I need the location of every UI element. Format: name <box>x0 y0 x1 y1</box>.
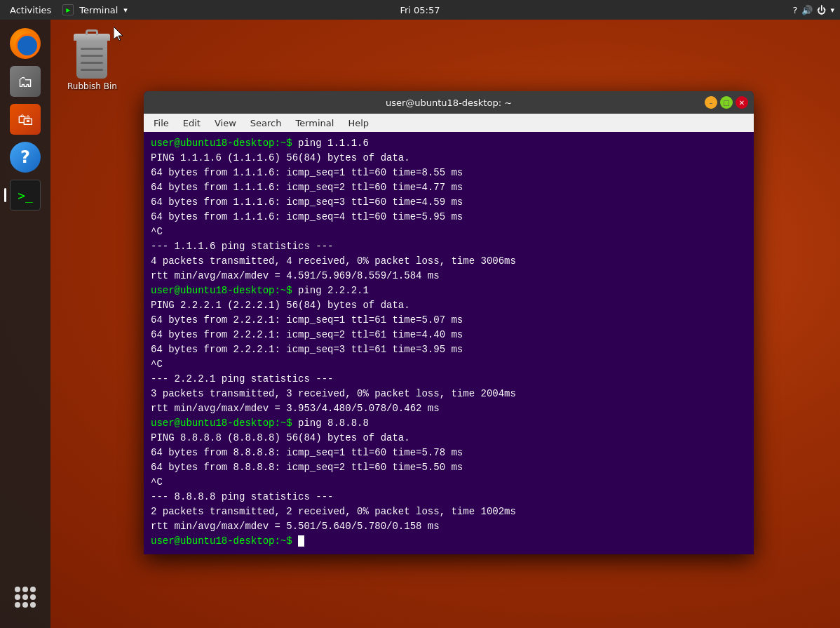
menu-view[interactable]: View <box>208 116 243 130</box>
grid-icon <box>15 587 36 608</box>
window-controls: – □ ✕ <box>705 96 748 109</box>
terminal-line: ^C <box>151 225 747 239</box>
grid-dot <box>22 587 28 592</box>
volume-tray-icon[interactable]: 🔊 <box>801 5 813 15</box>
terminal-line: 64 bytes from 1.1.1.6: icmp_seq=3 ttl=60… <box>151 195 747 210</box>
terminal-line: 64 bytes from 1.1.1.6: icmp_seq=1 ttl=60… <box>151 166 747 180</box>
close-button[interactable]: ✕ <box>736 96 748 109</box>
sidebar-dock: 🗂 🛍 ? >_ <box>0 20 50 628</box>
terminal-line: 64 bytes from 1.1.1.6: icmp_seq=4 ttl=60… <box>151 210 747 225</box>
terminal-line: rtt min/avg/max/mdev = 3.953/4.480/5.078… <box>151 401 747 416</box>
clock: Fri 05:57 <box>400 5 440 15</box>
terminal-prompt: user@ubuntu18-desktop:~$ <box>151 417 298 429</box>
terminal-prompt-active: user@ubuntu18-desktop:~$ <box>151 535 298 547</box>
terminal-line: PING 1.1.1.6 (1.1.1.6) 56(84) bytes of d… <box>151 151 747 166</box>
grid-dot <box>15 602 20 608</box>
terminal-dock-icon: >_ <box>10 180 41 211</box>
terminal-line: 4 packets transmitted, 4 received, 0% pa… <box>151 254 747 269</box>
grid-dot <box>30 587 36 592</box>
terminal-line: ^C <box>151 357 747 372</box>
terminal-line: PING 8.8.8.8 (8.8.8.8) 56(84) bytes of d… <box>151 431 747 446</box>
terminal-chevron[interactable]: ▾ <box>123 6 128 15</box>
sidebar-item-files[interactable]: 🗂 <box>8 65 42 98</box>
bin-line <box>81 48 103 50</box>
terminal-line: user@ubuntu18-desktop:~$ ping 1.1.1.6 <box>151 136 747 151</box>
terminal-line: 64 bytes from 2.2.2.1: icmp_seq=1 ttl=61… <box>151 313 747 328</box>
terminal-line: 64 bytes from 8.8.8.8: icmp_seq=2 ttl=60… <box>151 460 747 475</box>
appstore-icon: 🛍 <box>10 104 41 135</box>
rubbish-bin-label: Rubbish Bin <box>67 81 117 91</box>
maximize-button[interactable]: □ <box>720 96 733 109</box>
top-panel: Activities ▶ Terminal ▾ Fri 05:57 ? 🔊 ⏻ … <box>0 0 840 20</box>
bin-handle <box>86 29 98 35</box>
terminal-line: rtt min/avg/max/mdev = 5.501/5.640/5.780… <box>151 519 747 534</box>
terminal-line: --- 8.8.8.8 ping statistics --- <box>151 490 747 505</box>
grid-dot <box>22 594 28 600</box>
menu-search[interactable]: Search <box>243 116 289 130</box>
terminal-line: PING 2.2.2.1 (2.2.2.1) 56(84) bytes of d… <box>151 298 747 313</box>
terminal-top-label[interactable]: Terminal <box>76 5 121 15</box>
terminal-line: ^C <box>151 475 747 490</box>
power-tray-icon[interactable]: ⏻ <box>817 5 826 15</box>
help-tray-icon[interactable]: ? <box>793 5 798 15</box>
terminal-menu-icon: ▶ <box>62 4 74 15</box>
terminal-line: 64 bytes from 2.2.2.1: icmp_seq=2 ttl=61… <box>151 328 747 342</box>
activities-button[interactable]: Activities <box>6 5 55 15</box>
help-icon: ? <box>10 142 41 173</box>
bin-line <box>81 55 103 57</box>
terminal-prompt: user@ubuntu18-desktop:~$ <box>151 285 298 296</box>
sidebar-item-appstore[interactable]: 🛍 <box>8 102 42 136</box>
terminal-prompt: user@ubuntu18-desktop:~$ <box>151 138 298 149</box>
sidebar-item-firefox[interactable] <box>8 27 42 60</box>
terminal-title: user@ubuntu18-desktop: ~ <box>386 98 512 108</box>
grid-dot <box>15 587 20 592</box>
terminal-line: --- 2.2.2.1 ping statistics --- <box>151 372 747 387</box>
grid-dot <box>22 602 28 608</box>
terminal-line: 64 bytes from 8.8.8.8: icmp_seq=1 ttl=60… <box>151 446 747 460</box>
menu-file[interactable]: File <box>147 116 176 130</box>
desktop: Activities ▶ Terminal ▾ Fri 05:57 ? 🔊 ⏻ … <box>0 0 840 628</box>
terminal-menubar: File Edit View Search Terminal Help <box>144 114 754 132</box>
rubbish-bin-icon[interactable]: Rubbish Bin <box>67 27 117 91</box>
minimize-button[interactable]: – <box>705 96 717 109</box>
bin-line <box>81 62 103 64</box>
top-panel-left: Activities ▶ Terminal ▾ <box>6 4 128 15</box>
grid-dot <box>15 594 20 600</box>
bin-body <box>76 39 107 79</box>
terminal-line: rtt min/avg/max/mdev = 4.591/5.969/8.559… <box>151 269 747 283</box>
terminal-line: user@ubuntu18-desktop:~$ ping 8.8.8.8 <box>151 416 747 431</box>
terminal-line: 64 bytes from 1.1.1.6: icmp_seq=2 ttl=60… <box>151 180 747 195</box>
menu-edit[interactable]: Edit <box>176 116 208 130</box>
terminal-window: user@ubuntu18-desktop: ~ – □ ✕ File Edit… <box>144 91 754 554</box>
sidebar-item-help[interactable]: ? <box>8 140 42 174</box>
terminal-titlebar: user@ubuntu18-desktop: ~ – □ ✕ <box>144 91 754 114</box>
terminal-cursor <box>298 535 304 547</box>
terminal-final-prompt: user@ubuntu18-desktop:~$ <box>151 534 747 549</box>
bin-line <box>81 69 103 71</box>
terminal-line: 3 packets transmitted, 3 received, 0% pa… <box>151 387 747 401</box>
grid-dot <box>30 594 36 600</box>
terminal-line: 2 packets transmitted, 2 received, 0% pa… <box>151 505 747 519</box>
firefox-icon <box>10 28 41 59</box>
menu-terminal[interactable]: Terminal <box>288 116 341 130</box>
sidebar-item-terminal[interactable]: >_ <box>8 178 42 212</box>
terminal-line: user@ubuntu18-desktop:~$ ping 2.2.2.1 <box>151 283 747 298</box>
bin-graphic <box>69 27 114 79</box>
grid-dot <box>30 602 36 608</box>
menu-help[interactable]: Help <box>341 116 376 130</box>
terminal-content[interactable]: user@ubuntu18-desktop:~$ ping 1.1.1.6PIN… <box>144 132 754 554</box>
terminal-line: 64 bytes from 2.2.2.1: icmp_seq=3 ttl=61… <box>151 342 747 357</box>
show-apps-button[interactable] <box>8 580 42 614</box>
tray-chevron[interactable]: ▾ <box>830 6 834 15</box>
system-tray: ? 🔊 ⏻ ▾ <box>793 5 834 15</box>
files-icon: 🗂 <box>10 66 41 97</box>
terminal-line: --- 1.1.1.6 ping statistics --- <box>151 239 747 254</box>
terminal-small-icon: ▶ <box>62 4 74 15</box>
